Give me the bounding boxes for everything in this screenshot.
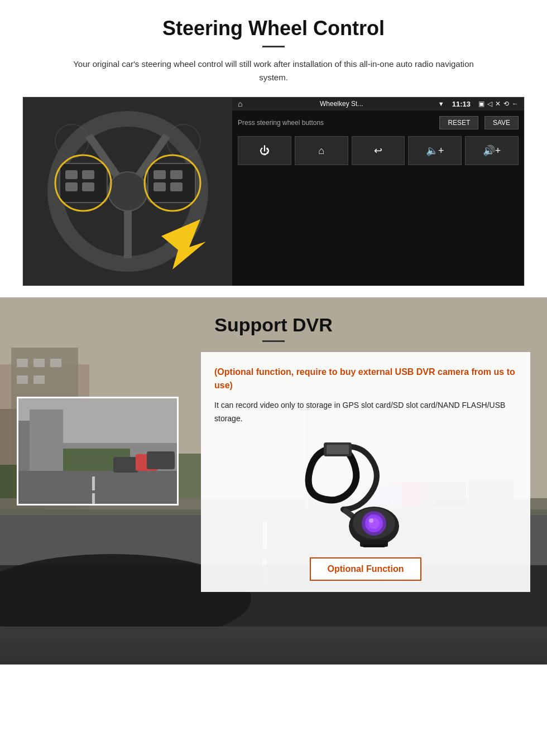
volume-icon: ◁ [487,100,492,108]
camera-icon: ▣ [478,100,484,108]
save-button[interactable]: SAVE [484,116,519,129]
dvr-card: (Optional function, require to buy exter… [201,352,530,592]
svg-rect-64 [363,545,385,547]
dvr-thumbnail-inner [18,398,177,504]
speaker-icon: 🔈 [426,145,438,157]
press-instruction: Press steering wheel buttons [238,119,324,127]
svg-point-5 [108,172,147,211]
ctrl-btn-home[interactable]: ⌂ [295,136,348,165]
svg-rect-12 [153,170,166,179]
ctrl-btn-back[interactable]: ↩ [352,136,405,165]
svg-rect-9 [65,182,78,191]
app-name: Wheelkey St... [248,100,434,108]
dvr-optional-note: (Optional function, require to buy exter… [214,365,517,392]
speaker-icon-2: 🔊 [483,145,495,157]
clock: 11:13 [452,100,471,108]
dvr-camera-image [214,437,517,548]
svg-rect-7 [65,170,78,179]
svg-rect-15 [170,182,183,191]
svg-rect-14 [153,182,166,191]
ctrl-btn-vol-up[interactable]: 🔊+ [465,136,519,165]
press-row: Press steering wheel buttons RESET SAVE [238,116,519,129]
status-icons: ▣ ◁ ✕ ⟲ ← [478,100,519,108]
steering-section: Steering Wheel Control Your original car… [0,0,547,297]
dvr-section: Support DVR [0,297,547,664]
action-buttons: RESET SAVE [439,116,519,129]
dvr-divider [262,340,285,342]
title-divider [262,46,285,47]
svg-rect-56 [327,445,349,454]
x-icon: ✕ [495,100,501,108]
svg-rect-13 [170,170,183,179]
svg-rect-52 [113,457,138,473]
steering-description: Your original car's steering wheel contr… [73,57,474,84]
svg-rect-8 [82,170,94,179]
reset-button[interactable]: RESET [439,116,478,129]
dvr-thumbnail [17,397,179,505]
dvr-camera-view [18,398,177,504]
home-icon: ⌂ [238,99,242,108]
ctrl-btn-vol-down[interactable]: 🔈+ [408,136,462,165]
svg-rect-49 [18,471,177,504]
dvr-camera-svg [293,437,438,548]
steering-photo [23,97,232,286]
dvr-left [17,397,195,505]
android-screen: ⌂ Wheelkey St... ▼ 11:13 ▣ ◁ ✕ ⟲ ← Press… [232,97,524,286]
back-nav-icon: ← [512,100,519,108]
optional-function-button[interactable]: Optional Function [310,557,422,581]
svg-rect-54 [147,451,175,469]
dvr-title: Support DVR [0,314,547,336]
svg-rect-10 [82,182,94,191]
steering-wheel-svg [39,108,217,275]
signal-icon: ▼ [438,100,444,107]
dvr-title-area: Support DVR [0,297,547,352]
steering-title: Steering Wheel Control [22,17,525,40]
android-statusbar: ⌂ Wheelkey St... ▼ 11:13 ▣ ◁ ✕ ⟲ ← [232,97,524,110]
svg-rect-51 [92,493,95,504]
svg-point-62 [369,518,373,523]
control-buttons-row: ⏻ ⌂ ↩ 🔈+ 🔊+ [238,136,519,165]
dvr-main: (Optional function, require to buy exter… [0,352,547,620]
svg-rect-50 [92,476,95,490]
ctrl-btn-power[interactable]: ⏻ [238,136,291,165]
dvr-description: It can record video only to storage in G… [214,399,517,426]
steering-image-container: ⌂ Wheelkey St... ▼ 11:13 ▣ ◁ ✕ ⟲ ← Press… [22,97,525,286]
rotate-icon: ⟲ [503,100,509,108]
android-content: Press steering wheel buttons RESET SAVE … [232,110,524,286]
